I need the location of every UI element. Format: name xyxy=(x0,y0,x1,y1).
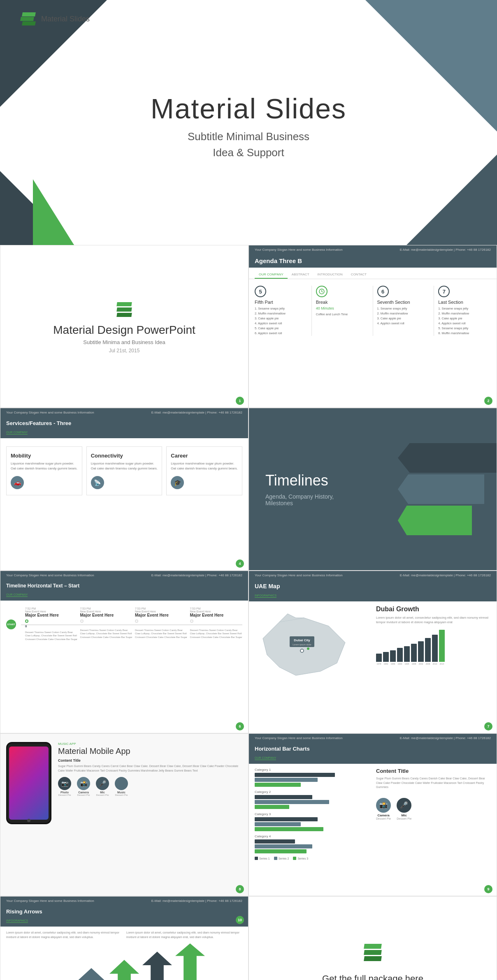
agenda-col-6-items: 1. Sesame snaps jelly2. Muffin marshmall… xyxy=(377,306,430,326)
legend-label-3: Series 3 xyxy=(297,857,308,860)
event1-label: New Event Here xyxy=(25,610,78,613)
music-icon: 🎵 xyxy=(115,777,128,790)
service-card-connectivity-text: Liquorice marshmallow sugar plum powder.… xyxy=(91,461,158,471)
hbar-row-4: Category 4 xyxy=(255,834,369,853)
hero-triangle-br xyxy=(406,155,497,245)
slide-num-7: 7 xyxy=(484,722,492,730)
svg-point-5 xyxy=(307,647,309,650)
hero-title: Material Slides xyxy=(151,92,346,125)
bar-2010 xyxy=(432,635,438,662)
dubai-growth-text: Lorem ipsum dolor sit amet, consectetur … xyxy=(376,615,491,625)
hbar-cat1-s1 xyxy=(255,773,335,777)
slide-num-1: 1 xyxy=(236,397,244,405)
event2-desc: Dessert Tiramisu Sweet Cotton Candy Bear… xyxy=(80,629,133,639)
slide-8: Music App Material Mobile App Content Ti… xyxy=(0,733,248,896)
logo-icon xyxy=(21,12,37,25)
slide10-header-left: Your Company Slogan Here and some Busine… xyxy=(6,899,94,903)
slide6-header-left: Your Company Slogan Here and some Busine… xyxy=(6,573,94,577)
slide-5: Timelines Agenda, Company History,Milest… xyxy=(248,408,497,571)
hbar-row-1: Category 1 xyxy=(255,768,369,787)
year-1990: 1990 xyxy=(397,663,403,665)
agenda-col-6-title: Seventh Section xyxy=(377,300,430,305)
agenda-tab-1[interactable]: ABSTRACT xyxy=(288,271,314,279)
hbar-cat1-bars xyxy=(255,773,369,787)
bar-2006 xyxy=(425,638,431,662)
slide7-header: Your Company Slogan Here and some Busine… xyxy=(249,571,497,580)
phone-screen xyxy=(9,747,49,820)
hbar-row-3: Category 3 xyxy=(255,812,369,831)
slide-10: Your Company Slogan Here and some Busine… xyxy=(0,896,248,980)
chart-icons-row: 📸 Camera Dessert Pie 🎤 Mic Dessert Pie xyxy=(376,798,491,820)
app-icon-mic: 🎤 Mic Dessert Pie xyxy=(96,777,109,796)
dubai-bar-chart xyxy=(376,629,491,662)
arrow-shape-3rd: 🎓 xyxy=(109,960,139,980)
hbar-cat4-s2 xyxy=(255,844,312,848)
hbar-cat4-label: Category 4 xyxy=(255,834,369,838)
cta-logo xyxy=(364,944,381,961)
service-card-career-text: Liquorice marshmallow sugar plum powder.… xyxy=(171,461,238,471)
hbar-cat3-s3 xyxy=(255,827,323,831)
slide-num-9: 9 xyxy=(484,885,492,893)
agenda-col-break-sub: 40 Minutes xyxy=(316,306,369,310)
slide4-title-bar: Services/Features - Three OUR COMPANY xyxy=(0,417,248,438)
timelines-sub: Agenda, Company History,Milestones xyxy=(265,493,480,506)
legend-dot-3 xyxy=(293,857,296,860)
arrow-col-4: 🎓 Fourth Service Dessert Tiramisu Cotton xyxy=(142,952,172,980)
slide9-title: Horizontal Bar Charts xyxy=(255,746,491,752)
slide6-title-bar: Timeline Horizontal Text – Start OUR COM… xyxy=(0,580,248,601)
logo-text: Material Slides xyxy=(41,15,90,23)
hbar-area: Category 1 Category 2 xyxy=(255,768,369,860)
event2-label: New Event Here xyxy=(80,610,133,613)
camera-label: Camera xyxy=(77,791,90,794)
music-label: Music xyxy=(115,791,128,794)
chart-icon-camera: 📸 Camera Dessert Pie xyxy=(376,798,391,820)
uae-content: Dubai City Lorem ipsum dolor Dubai Growt… xyxy=(249,601,497,693)
num-badge-break xyxy=(316,286,327,297)
slide2-logo xyxy=(117,300,132,317)
app-title: Material Mobile App xyxy=(58,747,242,756)
legend-dot-1 xyxy=(255,857,258,860)
arrow-shape-5th: 🎓 xyxy=(175,943,205,980)
agenda-tab-2[interactable]: INTRODUCTION xyxy=(314,271,347,279)
hbar-cat2-bars xyxy=(255,795,369,809)
arrow-shape-1 xyxy=(398,443,497,473)
photo-icon: 📷 xyxy=(58,777,71,790)
event4-title: Major Event Here xyxy=(190,613,243,618)
layers-icon xyxy=(117,302,132,317)
year-2010: 2010 xyxy=(432,663,438,665)
cta-layer-mid xyxy=(364,950,382,955)
legend-series2: Series 2 xyxy=(274,857,289,860)
agenda-col-break: Break 40 Minutes Coffee and Lunch Time xyxy=(316,286,369,336)
event2-time: 7:53 PM xyxy=(80,607,133,610)
slide3-title-bar: Agenda Three B xyxy=(249,254,497,268)
hero-content: Material Slides Subtitle Minimal Busines… xyxy=(151,92,346,161)
slides-grid: Material Design PowerPoint Subtitle Mini… xyxy=(0,245,497,980)
slide-3: Your Company Slogan Here and some Busine… xyxy=(248,245,497,408)
cta-layer-top xyxy=(364,944,382,949)
slide4-header-right: E-Mail: me@materialdesigntemplate | Phon… xyxy=(151,411,242,414)
slide10-header: Your Company Slogan Here and some Busine… xyxy=(0,897,248,905)
slide6-section-label: OUR COMPANY xyxy=(6,593,28,597)
slide7-section-label: INFOGRAPHICS xyxy=(255,594,276,598)
year-1994: 1994 xyxy=(404,663,410,665)
hbar-cat3-s2 xyxy=(255,822,301,826)
app-icons-row: 📷 Photo Dessert Pie 📸 Camera Dessert Pie… xyxy=(58,777,242,796)
slide10-section-label: INFOGRAPHICS xyxy=(6,919,28,923)
hbar-cat3-bars xyxy=(255,817,369,831)
svg-text:Dubai City: Dubai City xyxy=(294,638,310,642)
slide-num-10: 10 xyxy=(236,916,244,924)
bar-1994 xyxy=(404,646,410,662)
bar-1978 xyxy=(376,654,382,662)
slide3-title: Agenda Three B xyxy=(255,257,491,264)
hero-triangle-tr xyxy=(365,0,497,132)
app-content-title: Content Title xyxy=(58,758,242,763)
phone-home-button xyxy=(27,819,30,822)
agenda-tab-3[interactable]: CONTACT xyxy=(347,271,371,279)
hbar-cat4-s1 xyxy=(255,839,295,844)
num-badge-6: 6 xyxy=(377,286,389,297)
app-subtitle: Music App xyxy=(58,742,242,746)
service-card-mobility: Mobility Liquorice marshmallow sugar plu… xyxy=(6,446,82,495)
event4-desc: Dessert Tiramisu Sweet Cotton Candy Bear… xyxy=(190,629,243,639)
layer-top xyxy=(116,302,132,306)
agenda-tab-0[interactable]: OUR COMPANY xyxy=(255,271,288,279)
